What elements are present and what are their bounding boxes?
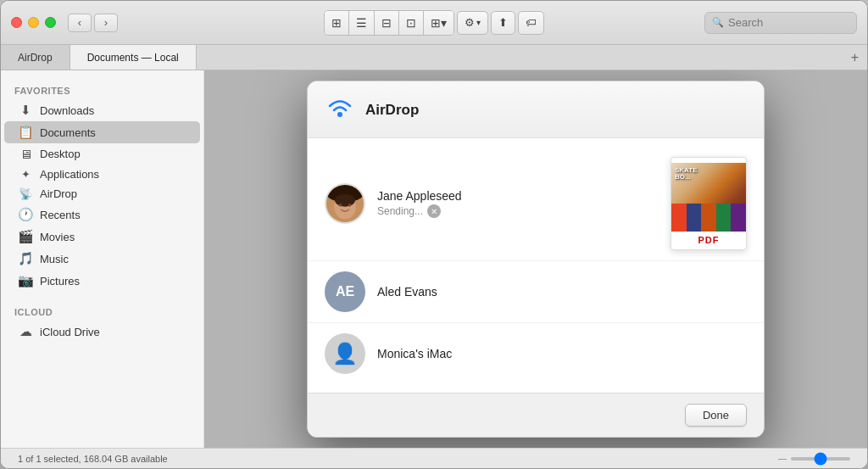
jane-name: Jane Appleseed <box>377 189 659 203</box>
pdf-label: PDF <box>698 235 720 245</box>
tab-add-button[interactable]: + <box>843 45 867 70</box>
icloud-section-label: iCloud <box>1 300 203 321</box>
monica-icon: 👤 <box>332 342 358 366</box>
pdf-thumbnail: SKATEBO... PDF <box>670 157 747 250</box>
done-button[interactable]: Done <box>685 404 747 427</box>
svg-point-0 <box>337 112 342 117</box>
favorites-section-label: Favorites <box>1 79 203 99</box>
sidebar-item-airdrop[interactable]: 📡 AirDrop <box>4 184 200 204</box>
svg-point-4 <box>335 194 355 207</box>
movies-icon: 🎬 <box>18 229 33 244</box>
traffic-lights <box>11 17 56 28</box>
tab-airdrop[interactable]: AirDrop <box>1 45 70 70</box>
title-bar: ‹ › ⊞ ☰ ⊟ ⊡ ⊞▾ ⚙ ▾ ⬆ 🏷 🔍 <box>1 1 867 45</box>
gear-icon: ⚙ <box>465 16 475 29</box>
sidebar-item-applications[interactable]: ✦ Applications <box>4 165 200 184</box>
cancel-send-button[interactable]: ✕ <box>427 204 441 218</box>
maximize-button[interactable] <box>45 17 56 28</box>
tag-button[interactable]: 🏷 <box>518 11 544 35</box>
pdf-stripes <box>671 204 746 231</box>
modal-header: AirDrop <box>308 81 764 138</box>
avatar-jane <box>325 183 365 224</box>
status-bar-right: — <box>778 454 850 463</box>
tab-documents[interactable]: Documents — Local <box>70 45 197 70</box>
aled-initials: AE <box>336 284 354 299</box>
main-content: Favorites ⬇ Downloads 📋 Documents 🖥 Desk… <box>1 70 867 448</box>
monica-info: Monica's iMac <box>377 347 747 360</box>
gear-button[interactable]: ⚙ ▾ <box>457 11 488 35</box>
sidebar-item-label: Downloads <box>40 104 94 117</box>
sidebar-item-desktop[interactable]: 🖥 Desktop <box>4 143 200 165</box>
view-mode-group: ⊞ ☰ ⊟ ⊡ ⊞▾ <box>324 10 454 36</box>
svg-point-6 <box>348 204 352 207</box>
stripe-2 <box>687 204 702 231</box>
toolbar-view-buttons: ⊞ ☰ ⊟ ⊡ ⊞▾ ⚙ ▾ ⬆ 🏷 <box>324 10 544 36</box>
column-view-button[interactable]: ⊟ <box>375 11 399 35</box>
gallery-view-button[interactable]: ⊡ <box>399 11 424 35</box>
stripe-4 <box>716 204 732 231</box>
minimize-button[interactable] <box>28 17 39 28</box>
forward-button[interactable]: › <box>94 14 118 32</box>
list-view-button[interactable]: ☰ <box>349 11 375 35</box>
modal-body: Jane Appleseed Sending... ✕ SKATEBO... <box>308 138 764 393</box>
avatar-aled: AE <box>325 271 365 312</box>
music-icon: 🎵 <box>18 251 33 266</box>
sidebar-item-icloud-drive[interactable]: ☁ iCloud Drive <box>4 321 200 343</box>
zoom-slider[interactable] <box>791 457 850 461</box>
pictures-icon: 📷 <box>18 273 33 288</box>
aled-name: Aled Evans <box>377 285 747 299</box>
sidebar-item-label: Desktop <box>40 148 81 160</box>
plus-icon: + <box>851 50 859 65</box>
tab-documents-label: Documents — Local <box>87 52 179 64</box>
downloads-icon: ⬇ <box>18 103 33 118</box>
toolbar-right: 🔍 <box>704 12 857 34</box>
avatar-monica: 👤 <box>325 333 365 374</box>
desktop-icon: 🖥 <box>18 147 33 161</box>
jane-status-text: Sending... <box>377 205 423 217</box>
back-button[interactable]: ‹ <box>68 14 92 32</box>
tag-icon: 🏷 <box>526 16 537 29</box>
stripe-5 <box>731 204 746 231</box>
search-box[interactable]: 🔍 <box>704 12 857 34</box>
sidebar-item-music[interactable]: 🎵 Music <box>4 248 200 270</box>
sidebar-item-label: iCloud Drive <box>40 326 100 338</box>
modal-overlay: AirDrop <box>204 70 867 448</box>
icloud-icon: ☁ <box>18 324 33 339</box>
sidebar-item-label: Recents <box>40 209 81 221</box>
sidebar-item-label: Movies <box>40 231 75 243</box>
zoom-minus-icon: — <box>778 454 787 463</box>
modal-footer: Done <box>308 393 764 437</box>
person-row-jane[interactable]: Jane Appleseed Sending... ✕ SKATEBO... <box>308 147 764 261</box>
tab-airdrop-label: AirDrop <box>18 52 53 64</box>
person-row-monica[interactable]: 👤 Monica's iMac <box>308 323 764 384</box>
gear-chevron: ▾ <box>476 18 481 27</box>
jane-info: Jane Appleseed Sending... ✕ <box>377 189 659 218</box>
sidebar-item-documents[interactable]: 📋 Documents <box>4 121 200 143</box>
sidebar-item-label: Applications <box>40 168 99 181</box>
status-text: 1 of 1 selected, 168.04 GB available <box>18 454 168 464</box>
person-row-aled[interactable]: AE Aled Evans <box>308 261 764 323</box>
share-button[interactable]: ⬆ <box>491 11 515 35</box>
recents-icon: 🕐 <box>18 207 33 222</box>
sidebar-item-pictures[interactable]: 📷 Pictures <box>4 270 200 292</box>
sidebar-item-label: Music <box>40 253 69 265</box>
aled-info: Aled Evans <box>377 285 747 299</box>
pdf-thumbnail-image: SKATEBO... <box>671 163 746 232</box>
documents-icon: 📋 <box>18 125 33 140</box>
stripe-1 <box>671 204 687 231</box>
applications-icon: ✦ <box>18 168 33 181</box>
sidebar-item-recents[interactable]: 🕐 Recents <box>4 204 200 226</box>
monica-name: Monica's iMac <box>377 347 747 360</box>
airdrop-modal-icon <box>325 95 355 126</box>
sidebar: Favorites ⬇ Downloads 📋 Documents 🖥 Desk… <box>1 70 204 448</box>
sidebar-item-movies[interactable]: 🎬 Movies <box>4 226 200 248</box>
search-icon: 🔍 <box>712 17 724 28</box>
icon-view-button[interactable]: ⊞ <box>325 11 349 35</box>
close-button[interactable] <box>11 17 22 28</box>
sidebar-item-label: Documents <box>40 126 96 139</box>
search-input[interactable] <box>728 16 849 29</box>
airdrop-modal: AirDrop <box>307 81 765 438</box>
coverflow-view-button[interactable]: ⊞▾ <box>424 11 453 35</box>
right-panel: AirDrop <box>204 70 867 448</box>
sidebar-item-downloads[interactable]: ⬇ Downloads <box>4 99 200 121</box>
